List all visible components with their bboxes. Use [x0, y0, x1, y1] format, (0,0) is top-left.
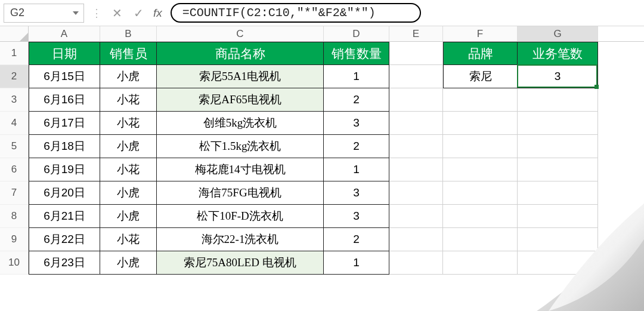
cell-B9[interactable]: 小花	[100, 228, 157, 251]
formula-text: =COUNTIF(C2:C10,"*"&F2&"*")	[182, 6, 376, 20]
row-header-3[interactable]: 3	[0, 88, 29, 112]
row-header-7[interactable]: 7	[0, 181, 29, 205]
name-box[interactable]: G2	[4, 4, 84, 23]
cell-E7[interactable]	[389, 181, 443, 205]
cell-B5[interactable]: 小虎	[100, 135, 157, 158]
cell-D8[interactable]: 3	[324, 205, 389, 228]
column-headers: A B C D E F G	[0, 26, 644, 42]
cell-D7[interactable]: 3	[324, 181, 389, 205]
col-header-G[interactable]: G	[518, 26, 598, 41]
cell-F6[interactable]	[443, 158, 518, 181]
cell-C6[interactable]: 梅花鹿14寸电视机	[157, 158, 324, 181]
cell-E6[interactable]	[389, 158, 443, 181]
cell-D2[interactable]: 1	[324, 65, 389, 88]
cell-G8[interactable]	[518, 205, 598, 228]
cell-F9[interactable]	[443, 228, 518, 251]
cell-E5[interactable]	[389, 135, 443, 158]
cell-E1[interactable]	[389, 42, 443, 65]
cell-A10[interactable]: 6月23日	[29, 251, 100, 275]
cell-F10[interactable]	[443, 251, 518, 275]
cell-B4[interactable]: 小花	[100, 112, 157, 135]
cell-G5[interactable]	[518, 135, 598, 158]
cell-F7[interactable]	[443, 181, 518, 205]
cell-F5[interactable]	[443, 135, 518, 158]
cell-A8[interactable]: 6月21日	[29, 205, 100, 228]
cell-G1[interactable]: 业务笔数	[518, 42, 598, 65]
cell-B3[interactable]: 小花	[100, 88, 157, 112]
cell-E9[interactable]	[389, 228, 443, 251]
cell-D3[interactable]: 2	[324, 88, 389, 112]
cell-C3[interactable]: 索尼AF65电视机	[157, 88, 324, 112]
row-header-9[interactable]: 9	[0, 228, 29, 251]
cell-C9[interactable]: 海尔22-1洗衣机	[157, 228, 324, 251]
cell-B8[interactable]: 小虎	[100, 205, 157, 228]
cell-D4[interactable]: 3	[324, 112, 389, 135]
cell-A3[interactable]: 6月16日	[29, 88, 100, 112]
cell-D6[interactable]: 1	[324, 158, 389, 181]
cell-A7[interactable]: 6月20日	[29, 181, 100, 205]
cell-E10[interactable]	[389, 251, 443, 275]
separator-dots-icon: ⋮	[88, 7, 104, 20]
cell-C2[interactable]: 索尼55A1电视机	[157, 65, 324, 88]
col-header-D[interactable]: D	[324, 26, 389, 41]
row-header-1[interactable]: 1	[0, 42, 29, 65]
cell-A9[interactable]: 6月22日	[29, 228, 100, 251]
cell-B2[interactable]: 小虎	[100, 65, 157, 88]
cell-G3[interactable]	[518, 88, 598, 112]
cell-D5[interactable]: 2	[324, 135, 389, 158]
col-header-B[interactable]: B	[100, 26, 157, 41]
cell-G9[interactable]	[518, 228, 598, 251]
formula-input[interactable]: =COUNTIF(C2:C10,"*"&F2&"*")	[171, 3, 421, 23]
formula-bar: G2 ⋮ ✕ ✓ fx =COUNTIF(C2:C10,"*"&F2&"*")	[0, 0, 644, 26]
cell-B7[interactable]: 小虎	[100, 181, 157, 205]
worksheet-grid: 1 2 3 4 5 6 7 8 9 10 日期 销售员 商品名称 销售数量 品牌…	[0, 42, 644, 275]
cell-G6[interactable]	[518, 158, 598, 181]
fx-icon[interactable]: fx	[151, 7, 167, 20]
cell-D1[interactable]: 销售数量	[324, 42, 389, 65]
cell-F3[interactable]	[443, 88, 518, 112]
row-header-5[interactable]: 5	[0, 135, 29, 158]
cell-G7[interactable]	[518, 181, 598, 205]
cell-E8[interactable]	[389, 205, 443, 228]
select-all-corner[interactable]	[0, 26, 29, 41]
cell-B6[interactable]: 小花	[100, 158, 157, 181]
row-header-4[interactable]: 4	[0, 112, 29, 135]
cell-E3[interactable]	[389, 88, 443, 112]
cell-A4[interactable]: 6月17日	[29, 112, 100, 135]
cell-B1[interactable]: 销售员	[100, 42, 157, 65]
col-header-E[interactable]: E	[389, 26, 443, 41]
cell-G10[interactable]	[518, 251, 598, 275]
cell-G4[interactable]	[518, 112, 598, 135]
cancel-button[interactable]: ✕	[108, 6, 126, 20]
cell-A6[interactable]: 6月19日	[29, 158, 100, 181]
cell-C8[interactable]: 松下10F-D洗衣机	[157, 205, 324, 228]
cell-G2[interactable]: 3	[518, 65, 598, 88]
row-header-6[interactable]: 6	[0, 158, 29, 181]
cell-C10[interactable]: 索尼75A80LED 电视机	[157, 251, 324, 275]
cell-A5[interactable]: 6月18日	[29, 135, 100, 158]
cell-B10[interactable]: 小虎	[100, 251, 157, 275]
cell-E2[interactable]	[389, 65, 443, 88]
chevron-down-icon	[73, 11, 79, 15]
cell-F1[interactable]: 品牌	[443, 42, 518, 65]
cell-A2[interactable]: 6月15日	[29, 65, 100, 88]
cell-E4[interactable]	[389, 112, 443, 135]
cell-C4[interactable]: 创维5kg洗衣机	[157, 112, 324, 135]
cell-C5[interactable]: 松下1.5kg洗衣机	[157, 135, 324, 158]
row-header-8[interactable]: 8	[0, 205, 29, 228]
cell-C7[interactable]: 海信75FG电视机	[157, 181, 324, 205]
cell-D10[interactable]: 1	[324, 251, 389, 275]
cell-F4[interactable]	[443, 112, 518, 135]
cell-C1[interactable]: 商品名称	[157, 42, 324, 65]
col-header-F[interactable]: F	[443, 26, 518, 41]
cell-D9[interactable]: 2	[324, 228, 389, 251]
name-box-value: G2	[10, 7, 24, 19]
row-header-2[interactable]: 2	[0, 65, 29, 88]
col-header-A[interactable]: A	[29, 26, 100, 41]
confirm-button[interactable]: ✓	[129, 6, 147, 20]
cell-A1[interactable]: 日期	[29, 42, 100, 65]
cell-F8[interactable]	[443, 205, 518, 228]
col-header-C[interactable]: C	[157, 26, 324, 41]
row-header-10[interactable]: 10	[0, 251, 29, 275]
cell-F2[interactable]: 索尼	[443, 65, 518, 88]
